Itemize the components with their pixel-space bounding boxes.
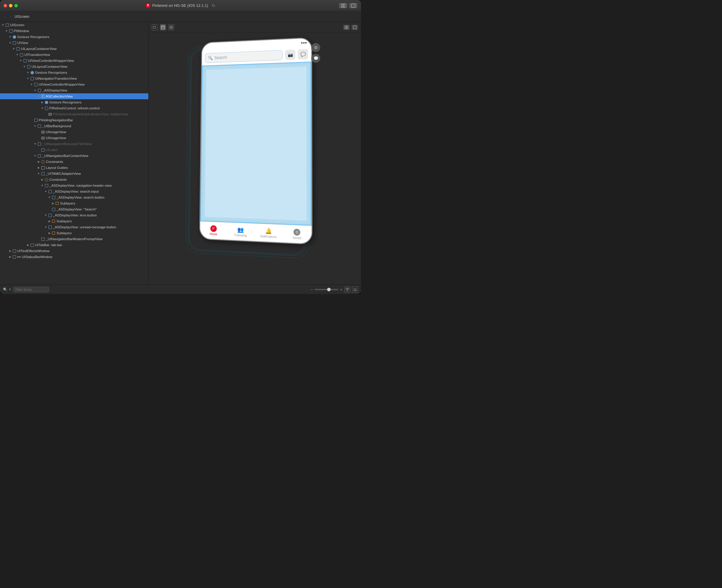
tree-item-21[interactable]: _UINavigationBarLargeTitleView xyxy=(0,141,148,147)
tree-item-13[interactable]: ASCollectionView xyxy=(0,93,148,99)
tree-arrow-34[interactable] xyxy=(47,219,51,223)
search-input-area[interactable]: 🔍 Search xyxy=(205,50,283,63)
tree-arrow-12[interactable] xyxy=(33,89,37,92)
tree-item-3[interactable]: Gesture Recognizers xyxy=(0,34,148,40)
tree-item-23[interactable]: _UINavigationBarContentView xyxy=(0,153,148,159)
tree-arrow-39[interactable] xyxy=(8,249,12,253)
tree-arrow-16[interactable] xyxy=(44,112,47,116)
tree-arrow-6[interactable] xyxy=(16,53,19,57)
tree-arrow-26[interactable] xyxy=(37,172,40,175)
tree-item-35[interactable]: _ASDisplayView: unread-message-button xyxy=(0,224,148,230)
tree-item-15[interactable]: PIRefreshControl: refresh-control xyxy=(0,105,148,111)
tree-arrow-2[interactable] xyxy=(5,29,8,33)
preview-btn-1[interactable] xyxy=(152,24,158,30)
tree-item-26[interactable]: _UITAMICAdaptorView xyxy=(0,171,148,176)
preview-layout-btn-1[interactable] xyxy=(343,25,350,30)
back-button[interactable]: ‹ xyxy=(3,13,7,20)
tree-arrow-11[interactable] xyxy=(30,83,33,86)
tree-item-16[interactable]: PIIndeterminateActivityIndicatorView: in… xyxy=(0,111,148,117)
camera-button[interactable]: 📷 xyxy=(285,50,295,60)
tree-panel[interactable]: .tree-item { padding-left: 0; } UIScreen… xyxy=(0,22,149,285)
forward-button[interactable]: › xyxy=(8,13,13,20)
refresh-button[interactable]: ↻ xyxy=(212,3,215,8)
tree-item-11[interactable]: UIViewControllerWrapperView xyxy=(0,81,148,87)
tab-notifications[interactable]: 🔔 Notifications xyxy=(254,224,283,243)
tree-arrow-36[interactable] xyxy=(47,231,51,235)
tree-item-29[interactable]: _ASDisplayView: search-input xyxy=(0,188,148,194)
tree-arrow-1[interactable] xyxy=(1,23,5,27)
tree-arrow-35[interactable] xyxy=(44,225,47,229)
tree-arrow-21[interactable] xyxy=(33,142,37,146)
tree-item-1[interactable]: UIScreen xyxy=(0,22,148,28)
tree-item-20[interactable]: UIImageView xyxy=(0,135,148,141)
tree-arrow-28[interactable] xyxy=(40,184,44,187)
print-btn[interactable] xyxy=(352,287,358,293)
tree-arrow-17[interactable] xyxy=(30,118,33,122)
minimize-button[interactable] xyxy=(9,4,13,7)
tree-item-14[interactable]: Gesture Recognizers xyxy=(0,99,148,105)
tree-arrow-9[interactable] xyxy=(26,71,30,74)
tree-item-30[interactable]: _ASDisplayView: search-button xyxy=(0,194,148,201)
tree-arrow-19[interactable] xyxy=(37,130,40,134)
tree-item-32[interactable]: _ASDisplayView: "Search" xyxy=(0,206,148,212)
tree-item-40[interactable]: ••• UIStatusBarWindow xyxy=(0,254,148,260)
close-button[interactable] xyxy=(4,4,7,7)
tree-arrow-40[interactable] xyxy=(8,255,12,259)
maximize-button[interactable] xyxy=(14,4,18,7)
tree-item-28[interactable]: _ASDisplayView: navigation-header-view xyxy=(0,183,148,188)
tree-arrow-25[interactable] xyxy=(37,166,40,169)
tree-item-5[interactable]: UILayoutContainerView xyxy=(0,46,148,52)
tree-item-2[interactable]: PIWindow xyxy=(0,28,148,34)
tree-item-7[interactable]: UIViewControllerWrapperView xyxy=(0,58,148,64)
preview-btn-2[interactable] xyxy=(160,24,166,30)
tree-arrow-23[interactable] xyxy=(33,154,37,158)
filter-dropdown-arrow[interactable]: ▾ xyxy=(9,288,11,291)
tree-arrow-29[interactable] xyxy=(44,190,47,193)
tab-saved[interactable]: D Saved xyxy=(283,225,311,244)
tree-item-33[interactable]: _ASDisplayView: lens-button xyxy=(0,212,148,218)
filter-input[interactable] xyxy=(13,287,49,292)
tree-arrow-33[interactable] xyxy=(44,213,47,217)
tree-item-18[interactable]: _UIBarBackground xyxy=(0,123,148,129)
tree-arrow-22[interactable] xyxy=(37,148,40,152)
tree-arrow-3[interactable] xyxy=(8,35,12,39)
preview-btn-3[interactable] xyxy=(168,24,174,30)
tree-item-36[interactable]: Sublayers xyxy=(0,230,148,236)
tree-arrow-10[interactable] xyxy=(26,77,30,80)
tree-arrow-13[interactable] xyxy=(37,94,40,98)
view-mode-btn-1[interactable] xyxy=(339,3,347,8)
tree-item-39[interactable]: UITextEffectsWindow xyxy=(0,248,148,254)
zoom-slider[interactable] xyxy=(315,289,338,290)
zoom-in-button[interactable]: + xyxy=(340,287,343,292)
tree-arrow-18[interactable] xyxy=(33,124,37,128)
tree-arrow-24[interactable] xyxy=(37,160,40,164)
tree-item-9[interactable]: Gesture Recognizers xyxy=(0,69,148,76)
tree-item-27[interactable]: Constraints xyxy=(0,176,148,183)
tree-item-12[interactable]: _ASDisplayView xyxy=(0,87,148,93)
tree-arrow-31[interactable] xyxy=(51,202,55,205)
tree-item-17[interactable]: PIHidingNavigationBar xyxy=(0,117,148,123)
tree-item-31[interactable]: Sublayers xyxy=(0,201,148,206)
tree-arrow-30[interactable] xyxy=(47,195,51,199)
tree-item-8[interactable]: UILayoutContainerView xyxy=(0,64,148,69)
tree-item-10[interactable]: UINavigationTransitionView xyxy=(0,76,148,81)
message-corner-btn[interactable]: 💬 xyxy=(311,54,320,63)
tree-item-24[interactable]: Constraints xyxy=(0,159,148,165)
tree-arrow-14[interactable] xyxy=(40,101,44,104)
tree-arrow-32[interactable] xyxy=(47,208,51,211)
zoom-out-button[interactable]: − xyxy=(310,287,313,292)
tree-arrow-4[interactable] xyxy=(8,41,12,45)
tab-home[interactable]: P Home xyxy=(200,222,227,239)
tree-arrow-5[interactable] xyxy=(12,47,16,50)
preview-layout-btn-2[interactable] xyxy=(351,25,358,30)
tree-arrow-27[interactable] xyxy=(40,178,44,181)
tree-arrow-7[interactable] xyxy=(19,59,23,62)
tree-item-22[interactable]: UILabel xyxy=(0,147,148,153)
tree-item-4[interactable]: UIView xyxy=(0,40,148,46)
tree-item-6[interactable]: UITransitionView xyxy=(0,52,148,58)
tree-arrow-15[interactable] xyxy=(40,106,44,110)
tree-arrow-8[interactable] xyxy=(23,65,26,68)
tree-item-34[interactable]: Sublayers xyxy=(0,218,148,224)
tree-arrow-38[interactable] xyxy=(26,243,30,247)
tab-following[interactable]: 👥 Following xyxy=(227,223,254,241)
